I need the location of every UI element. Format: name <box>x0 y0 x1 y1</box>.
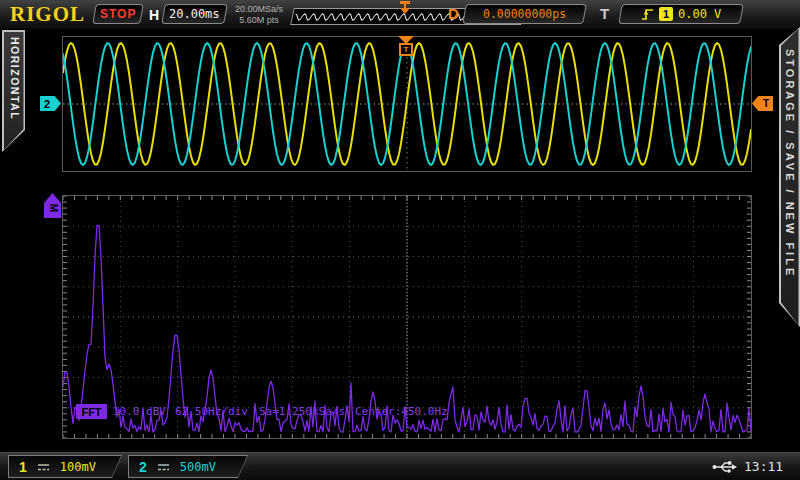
channel1-button[interactable]: 1 100mV <box>8 455 122 478</box>
rising-edge-icon <box>641 7 654 21</box>
trigger-position-marker[interactable]: T <box>399 43 413 56</box>
rigol-logo: RIGOL <box>10 2 85 27</box>
oscilloscope-screen: RIGOL STOP H 20.00ms 20.00MSa/s 5.60M pt… <box>0 0 800 480</box>
channel2-number: 2 <box>139 459 147 475</box>
tab-horizontal-label: HORIZONTAL <box>9 37 21 120</box>
top-status-bar: RIGOL STOP H 20.00ms 20.00MSa/s 5.60M pt… <box>0 0 800 30</box>
fft-badge: FFT <box>76 404 107 419</box>
tab-storage-menu-label: STORAGE / SAVE / NEW FILE <box>784 49 796 278</box>
trigger-button[interactable]: 1 0.00 V <box>618 4 744 24</box>
trigger-label: T <box>600 5 609 22</box>
horizontal-label: H <box>149 7 159 23</box>
waveform-traces <box>63 37 751 171</box>
waveform-panel <box>62 36 752 172</box>
channel2-button-face: 2 500mV <box>129 456 247 477</box>
run-status-indicator: STOP <box>92 4 144 24</box>
run-status-text: STOP <box>100 7 136 21</box>
fft-trace <box>63 196 751 438</box>
memory-depth: 5.60M pts <box>228 15 290 26</box>
delay-label: D <box>448 5 459 22</box>
delay-button[interactable]: 0.00000000ps <box>462 4 587 24</box>
timebase-button[interactable]: 20.00ms <box>161 4 228 24</box>
fft-vertical-scale: 10.0 dBV <box>113 405 166 418</box>
bottom-status-bar: 1 100mV 2 500mV <box>0 452 800 480</box>
dc-coupling-icon <box>156 461 171 473</box>
channel2-button[interactable]: 2 500mV <box>128 455 248 478</box>
dc-coupling-icon <box>36 461 51 473</box>
trigger-position-marker-label: T <box>404 45 409 54</box>
trigger-level-marker[interactable]: T <box>752 96 773 111</box>
clock: 13:11 <box>744 459 783 474</box>
acquisition-info: 20.00MSa/s 5.60M pts <box>228 4 290 25</box>
ch2-ground-marker[interactable]: 2 <box>40 96 61 111</box>
trigger-source-badge: 1 <box>659 7 673 21</box>
delay-value: 0.00000000ps <box>483 7 566 21</box>
ch2-ground-marker-label: 2 <box>44 98 50 110</box>
fft-sample-rate: Sa=1.250kSa/s <box>259 405 345 418</box>
timebase-value: 20.00ms <box>169 7 220 21</box>
sample-rate: 20.00MSa/s <box>228 4 290 15</box>
channel1-button-face: 1 100mV <box>9 456 121 477</box>
channel1-number: 1 <box>19 459 27 475</box>
channel1-scale: 100mV <box>60 460 96 474</box>
math-channel-marker[interactable]: M <box>44 193 61 218</box>
math-channel-marker-label: M <box>47 203 58 211</box>
fft-center-frequency: Center:450.0Hz <box>355 405 448 418</box>
strip-trigger-position-icon <box>400 8 410 14</box>
fft-panel: FFT 10.0 dBV 62.50Hz/div Sa=1.250kSa/s C… <box>62 195 752 439</box>
trigger-level-value: 0.00 V <box>678 7 721 21</box>
tab-storage-menu[interactable]: STORAGE / SAVE / NEW FILE <box>779 27 800 327</box>
tab-horizontal[interactable]: HORIZONTAL <box>2 30 25 152</box>
usb-icon <box>712 460 738 474</box>
fft-horizontal-scale: 62.50Hz/div <box>175 405 248 418</box>
trigger-level-marker-label: T <box>763 98 769 109</box>
channel2-scale: 500mV <box>180 460 216 474</box>
